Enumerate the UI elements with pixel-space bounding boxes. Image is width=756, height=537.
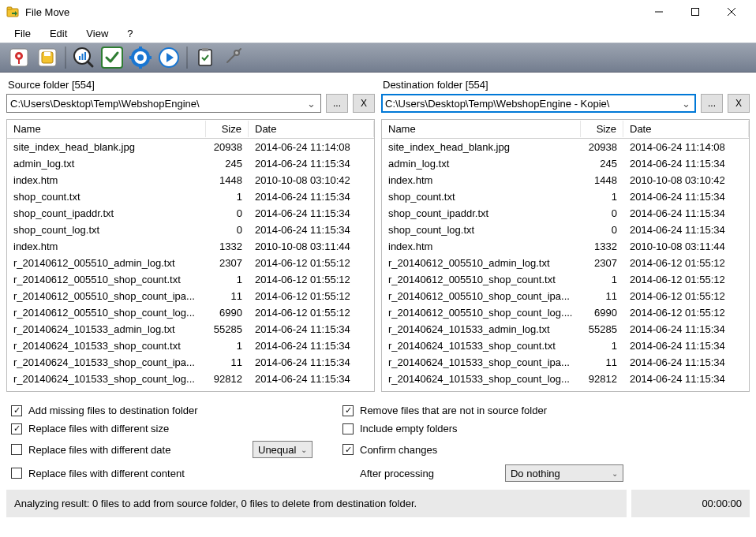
destination-clear-button[interactable]: X bbox=[728, 94, 750, 113]
file-name: shop_count.txt bbox=[7, 191, 206, 203]
table-row[interactable]: r_20140612_005510_shop_count_ipa...11201… bbox=[7, 288, 374, 304]
table-row[interactable]: index.htm13322010-10-08 03:11:44 bbox=[7, 238, 374, 255]
column-date[interactable]: Date bbox=[249, 121, 374, 137]
file-size: 1332 bbox=[581, 241, 623, 252]
file-date: 2014-06-12 01:55:12 bbox=[249, 274, 374, 285]
file-name: r_20140612_005510_shop_count_ipa... bbox=[382, 290, 581, 302]
table-row[interactable]: shop_count.txt12014-06-24 11:15:34 bbox=[7, 188, 374, 205]
checkbox-icon bbox=[342, 405, 354, 416]
table-row[interactable]: r_20140612_005510_shop_count.txt12014-06… bbox=[7, 271, 374, 288]
file-date: 2014-06-24 11:15:34 bbox=[249, 356, 374, 368]
checkbox-icon bbox=[11, 405, 22, 416]
chevron-down-icon[interactable]: ⌄ bbox=[305, 98, 317, 110]
table-row[interactable]: r_20140624_101533_admin_log.txt552852014… bbox=[382, 321, 749, 337]
table-row[interactable]: r_20140624_101533_shop_count.txt12014-06… bbox=[7, 337, 374, 354]
table-row[interactable]: index.htm13322010-10-08 03:11:44 bbox=[382, 238, 749, 255]
destination-grid-body[interactable]: site_index_head_blank.jpg209382014-06-24… bbox=[382, 139, 749, 391]
file-name: r_20140624_101533_admin_log.txt bbox=[7, 323, 206, 335]
file-size: 20938 bbox=[581, 141, 623, 153]
table-row[interactable]: r_20140612_005510_shop_count_log....6990… bbox=[382, 304, 749, 321]
table-row[interactable]: site_index_head_blank.jpg209382014-06-24… bbox=[7, 139, 374, 155]
svg-rect-27 bbox=[202, 48, 208, 51]
table-row[interactable]: r_20140624_101533_shop_count_log...92812… bbox=[382, 371, 749, 387]
table-row[interactable]: r_20140624_101533_shop_count.txt12014-06… bbox=[382, 337, 749, 354]
table-row[interactable]: r_20140612_005510_shop_count.txt12014-06… bbox=[382, 271, 749, 288]
source-path-input[interactable] bbox=[10, 98, 305, 110]
table-row[interactable]: r_20140612_005510_admin_log.txt23072014-… bbox=[7, 255, 374, 271]
confirm-changes-checkbox[interactable]: Confirm changes bbox=[342, 444, 437, 456]
file-name: index.htm bbox=[382, 241, 581, 252]
column-name[interactable]: Name bbox=[7, 121, 206, 137]
status-text: Analyzing result: 0 files to add from so… bbox=[6, 490, 627, 517]
window-title: File Move bbox=[25, 6, 641, 18]
table-row[interactable]: shop_count_log.txt02014-06-24 11:15:34 bbox=[382, 222, 749, 238]
table-row[interactable]: r_20140624_101533_shop_count_log...92812… bbox=[7, 371, 374, 387]
menu-file[interactable]: File bbox=[6, 26, 39, 41]
source-path-combo[interactable]: ⌄ bbox=[6, 94, 321, 113]
date-mode-combo[interactable]: Unequal ⌄ bbox=[253, 441, 313, 458]
remove-not-in-source-checkbox[interactable]: Remove files that are not in source fold… bbox=[342, 405, 547, 416]
file-size: 11 bbox=[581, 356, 623, 368]
file-size: 1 bbox=[206, 340, 249, 352]
add-missing-checkbox[interactable]: Add missing files to destination folder bbox=[11, 405, 198, 416]
file-date: 2010-10-08 03:10:42 bbox=[249, 174, 374, 186]
replace-content-checkbox[interactable]: Replace files with different content bbox=[11, 468, 185, 479]
table-row[interactable]: r_20140612_005510_shop_count_log...69902… bbox=[7, 304, 374, 321]
table-row[interactable]: r_20140624_101533_admin_log.txt552852014… bbox=[7, 321, 374, 337]
table-row[interactable]: site_index_head_blank.jpg209382014-06-24… bbox=[382, 139, 749, 155]
maximize-button[interactable] bbox=[677, 0, 713, 24]
source-browse-button[interactable]: ... bbox=[326, 94, 348, 113]
table-row[interactable]: r_20140612_005510_admin_log.txt23072014-… bbox=[382, 255, 749, 271]
table-row[interactable]: r_20140624_101533_shop_count_ipa...11201… bbox=[7, 354, 374, 371]
table-row[interactable]: index.htm14482010-10-08 03:10:42 bbox=[7, 172, 374, 188]
toolbar-play-button[interactable] bbox=[156, 45, 182, 70]
table-row[interactable]: admin_log.txt2452014-06-24 11:15:34 bbox=[382, 155, 749, 172]
file-size: 1 bbox=[581, 274, 623, 285]
file-size: 1 bbox=[581, 340, 623, 352]
toolbar-analyze-button[interactable] bbox=[71, 45, 96, 70]
file-date: 2014-06-12 01:55:12 bbox=[249, 257, 374, 269]
file-size: 20938 bbox=[206, 141, 249, 153]
destination-path-combo[interactable]: ⌄ bbox=[381, 94, 696, 113]
toolbar-settings-button[interactable] bbox=[221, 45, 246, 70]
toolbar-pin-button[interactable] bbox=[6, 45, 32, 70]
toolbar-gear-button[interactable] bbox=[128, 45, 153, 70]
table-row[interactable]: shop_count_ipaddr.txt02014-06-24 11:15:3… bbox=[7, 205, 374, 222]
file-date: 2014-06-12 01:55:12 bbox=[623, 290, 749, 302]
toolbar-check-button[interactable] bbox=[99, 45, 125, 70]
toolbar-clipboard-button[interactable] bbox=[193, 45, 218, 70]
replace-size-checkbox[interactable]: Replace files with different size bbox=[11, 423, 169, 434]
menu-view[interactable]: View bbox=[78, 26, 116, 41]
table-row[interactable]: r_20140612_005510_shop_count_ipa...11201… bbox=[382, 288, 749, 304]
replace-date-checkbox[interactable]: Replace files with different date bbox=[11, 444, 248, 456]
chevron-down-icon: ⌄ bbox=[612, 469, 618, 478]
svg-point-8 bbox=[17, 54, 21, 58]
toolbar-save-button[interactable] bbox=[35, 45, 60, 70]
source-clear-button[interactable]: X bbox=[353, 94, 375, 113]
svg-rect-1 bbox=[7, 7, 12, 9]
destination-browse-button[interactable]: ... bbox=[701, 94, 723, 113]
menu-help[interactable]: ? bbox=[119, 26, 140, 41]
column-size[interactable]: Size bbox=[206, 121, 249, 137]
file-size: 2307 bbox=[581, 257, 623, 269]
table-row[interactable]: admin_log.txt2452014-06-24 11:15:34 bbox=[7, 155, 374, 172]
column-name[interactable]: Name bbox=[382, 121, 581, 137]
column-date[interactable]: Date bbox=[623, 121, 749, 137]
table-row[interactable]: index.htm14482010-10-08 03:10:42 bbox=[382, 172, 749, 188]
include-empty-checkbox[interactable]: Include empty folders bbox=[342, 423, 458, 434]
after-processing-combo[interactable]: Do nothing ⌄ bbox=[505, 464, 623, 482]
after-processing-label: After processing bbox=[360, 468, 434, 479]
svg-rect-22 bbox=[139, 65, 142, 69]
column-size[interactable]: Size bbox=[581, 121, 623, 137]
source-grid-body[interactable]: site_index_head_blank.jpg209382014-06-24… bbox=[7, 139, 374, 391]
destination-path-input[interactable] bbox=[385, 98, 679, 110]
minimize-button[interactable] bbox=[641, 0, 677, 24]
destination-panel: Destination folder [554] ⌄ ... X bbox=[381, 77, 750, 113]
table-row[interactable]: shop_count_ipaddr.txt02014-06-24 11:15:3… bbox=[382, 205, 749, 222]
close-button[interactable] bbox=[713, 0, 750, 24]
chevron-down-icon[interactable]: ⌄ bbox=[679, 98, 692, 110]
table-row[interactable]: shop_count.txt12014-06-24 11:15:34 bbox=[382, 188, 749, 205]
table-row[interactable]: r_20140624_101533_shop_count_ipa...11201… bbox=[382, 354, 749, 371]
table-row[interactable]: shop_count_log.txt02014-06-24 11:15:34 bbox=[7, 222, 374, 238]
menu-edit[interactable]: Edit bbox=[42, 26, 75, 41]
